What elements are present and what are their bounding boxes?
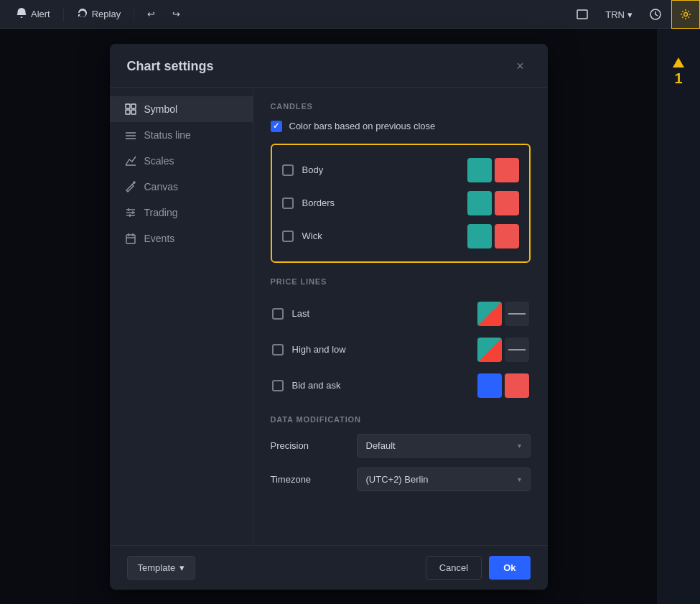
sidebar-item-events[interactable]: Events — [110, 226, 253, 251]
timezone-value: (UTC+2) Berlin — [366, 474, 429, 485]
rectangle-icon-button[interactable] — [568, 0, 597, 29]
sidebar-item-events-label: Events — [144, 233, 175, 244]
svg-rect-5 — [126, 110, 130, 114]
bid-ask-blue-swatch[interactable] — [477, 373, 502, 398]
body-checkbox[interactable] — [282, 164, 294, 176]
topbar-divider-2 — [134, 7, 134, 22]
replay-icon — [77, 7, 88, 21]
symbol-icon — [124, 103, 137, 115]
sidebar-item-scales-label: Scales — [144, 155, 174, 167]
bid-ask-red-swatch[interactable] — [505, 373, 529, 398]
body-swatches — [467, 158, 519, 182]
high-low-checkbox[interactable] — [272, 344, 284, 356]
svg-rect-0 — [577, 10, 587, 19]
ok-button[interactable]: Ok — [489, 556, 530, 580]
alert-icon — [16, 7, 27, 21]
svg-rect-4 — [131, 104, 136, 108]
precision-select[interactable]: Default ▾ — [357, 434, 531, 457]
candles-section-title: CANDLES — [271, 102, 531, 111]
color-bars-row: Color bars based on previous close — [271, 121, 531, 132]
redo-button[interactable]: ↪ — [165, 6, 187, 22]
last-swatch-group — [477, 302, 529, 326]
high-low-row: High and low — [271, 332, 531, 368]
high-low-line-indicator[interactable] — [505, 338, 529, 362]
replay-button[interactable]: Replay — [70, 4, 128, 24]
topbar-left: Alert Replay ↩ ↪ — [9, 4, 187, 24]
scales-icon — [124, 155, 137, 167]
annotation-1-number: 1 — [674, 70, 682, 87]
borders-swatches — [467, 191, 519, 215]
status-line-icon — [124, 129, 137, 141]
candles-box: Body Borders — [271, 144, 531, 263]
sidebar-item-canvas[interactable]: Canvas — [110, 174, 253, 200]
data-modification-section: DATA MODIFICATION Precision Default ▾ Ti… — [271, 415, 531, 491]
bid-ask-checkbox[interactable] — [272, 380, 284, 391]
color-bars-checkbox[interactable] — [271, 121, 282, 132]
trn-button[interactable]: TRN ▾ — [598, 6, 640, 23]
svg-rect-6 — [131, 110, 136, 114]
sidebar-item-canvas-label: Canvas — [144, 181, 178, 192]
trn-label: TRN — [605, 9, 625, 20]
body-red-swatch[interactable] — [495, 158, 519, 182]
template-button[interactable]: Template ▾ — [127, 556, 196, 580]
modal-footer: Template ▾ Cancel Ok — [110, 545, 548, 590]
trn-chevron-icon: ▾ — [627, 9, 633, 20]
cancel-button[interactable]: Cancel — [426, 556, 482, 580]
settings-content: CANDLES Color bars based on previous clo… — [253, 88, 548, 545]
timezone-chevron-icon: ▾ — [518, 475, 521, 483]
trading-icon — [124, 207, 137, 218]
sidebar-item-symbol[interactable]: Symbol — [110, 96, 253, 122]
borders-red-swatch[interactable] — [495, 191, 519, 215]
last-line-indicator[interactable] — [505, 302, 529, 326]
wick-checkbox[interactable] — [282, 231, 294, 242]
undo-icon: ↩ — [147, 9, 155, 19]
last-label: Last — [292, 308, 371, 319]
alert-label: Alert — [31, 9, 50, 19]
alert-button[interactable]: Alert — [9, 4, 57, 24]
timezone-label: Timezone — [271, 474, 357, 485]
last-checkbox[interactable] — [272, 308, 284, 320]
modal-header: Chart settings × — [110, 44, 548, 88]
replay-label: Replay — [92, 9, 121, 19]
sidebar-item-scales[interactable]: Scales — [110, 148, 253, 174]
redo-icon: ↪ — [172, 9, 180, 19]
wick-green-swatch[interactable] — [467, 224, 492, 248]
body-label: Body — [302, 164, 360, 175]
arrow-up-icon — [673, 57, 684, 68]
chart-settings-modal: Chart settings × Symbol Status — [110, 44, 548, 590]
canvas-icon — [124, 181, 137, 192]
template-label: Template — [138, 562, 176, 573]
borders-green-swatch[interactable] — [467, 191, 492, 215]
price-lines-section-title: PRICE LINES — [271, 277, 531, 286]
timezone-select[interactable]: (UTC+2) Berlin ▾ — [357, 468, 531, 491]
borders-row: Borders — [281, 187, 521, 220]
last-color-swatch[interactable] — [477, 302, 502, 326]
sidebar-item-status-line[interactable]: Status line — [110, 122, 253, 148]
wick-row: Wick — [281, 220, 521, 253]
last-row: Last — [271, 296, 531, 332]
timezone-row: Timezone (UTC+2) Berlin ▾ — [271, 468, 531, 491]
sidebar-item-trading[interactable]: Trading — [110, 200, 253, 226]
borders-checkbox[interactable] — [282, 198, 294, 209]
clock-icon-button[interactable] — [641, 0, 670, 29]
settings-icon-button[interactable] — [671, 0, 700, 29]
modal-overlay: Chart settings × Symbol Status — [0, 29, 657, 604]
data-modification-title: DATA MODIFICATION — [271, 415, 531, 424]
high-low-label: High and low — [292, 344, 371, 355]
precision-value: Default — [366, 440, 396, 451]
high-low-color-swatch[interactable] — [477, 338, 502, 362]
modal-close-button[interactable]: × — [510, 57, 531, 77]
undo-button[interactable]: ↩ — [140, 6, 162, 22]
template-chevron-icon: ▾ — [179, 562, 185, 573]
wick-label: Wick — [302, 231, 360, 241]
footer-right-buttons: Cancel Ok — [426, 556, 531, 580]
close-icon: × — [516, 59, 524, 74]
modal-title: Chart settings — [127, 59, 214, 74]
wick-red-swatch[interactable] — [495, 224, 519, 248]
body-green-swatch[interactable] — [467, 158, 492, 182]
sidebar-item-status-line-label: Status line — [144, 129, 191, 141]
settings-sidebar: Symbol Status line Scales — [110, 88, 253, 545]
topbar-divider — [63, 7, 64, 22]
topbar: Alert Replay ↩ ↪ TRN ▾ — [0, 0, 700, 29]
svg-point-2 — [684, 13, 688, 17]
